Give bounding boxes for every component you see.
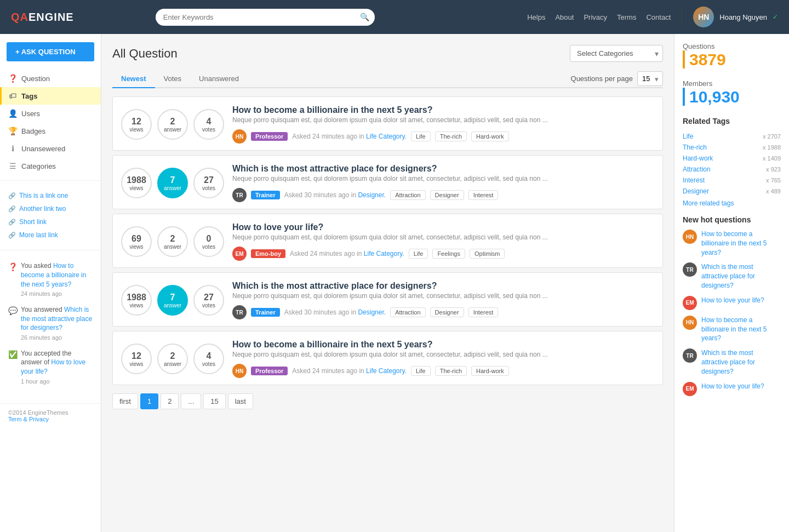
tag-pill[interactable]: The-rich [435, 366, 467, 376]
tag-pill[interactable]: Interest [468, 307, 499, 317]
question-title[interactable]: Which is the most attractive place for d… [232, 281, 437, 290]
search-bar: 🔍 [156, 9, 375, 26]
hot-question-link[interactable]: How to become a billionaire in the next … [701, 316, 781, 343]
per-page-label: Questions per page [571, 75, 633, 83]
votes-stat: 0 votes [193, 226, 224, 257]
tag-pill[interactable]: Attraction [390, 307, 425, 317]
tag-pill[interactable]: Life [411, 131, 431, 141]
question-title[interactable]: How to become a billionaire in the next … [232, 340, 432, 349]
sidebar-divider [0, 180, 101, 181]
hot-q-avatar: HN [683, 230, 697, 244]
tag-name[interactable]: Life [683, 133, 693, 140]
votes-stat: 27 votes [193, 168, 224, 198]
link-icon: 🔗 [8, 219, 16, 226]
role-badge: Professor [251, 367, 288, 375]
tag-pill[interactable]: The-rich [435, 131, 467, 141]
category-select[interactable]: Select Categories [570, 45, 663, 62]
sidebar-divider-2 [0, 250, 101, 250]
tag-pill[interactable]: Attraction [390, 190, 425, 200]
hot-questions-section: New hot questions HN How to become a bil… [683, 215, 781, 396]
sidebar-link-1[interactable]: 🔗 This is a link one [0, 189, 101, 202]
question-title[interactable]: How to become a billionaire in the next … [232, 105, 432, 115]
question-body: How to love your life? Neque porro quisq… [232, 222, 654, 261]
sidebar-item-categories[interactable]: ☰ Categories [0, 157, 101, 175]
logo-engine: ENGINE [28, 11, 74, 23]
question-title[interactable]: How to love your life? [232, 222, 323, 232]
category-link[interactable]: Designer. [358, 191, 386, 199]
tag-pill[interactable]: Hard-work [471, 131, 509, 141]
tag-name[interactable]: Designer [683, 187, 709, 195]
activity-question-icon: ❓ [8, 262, 18, 273]
activity-time-2: 26 minutes ago [21, 334, 93, 342]
search-icon[interactable]: 🔍 [360, 13, 369, 21]
tag-name[interactable]: The-rich [683, 144, 707, 151]
page-last-button[interactable]: last [228, 393, 253, 409]
hot-q-avatar: TR [683, 262, 697, 277]
views-stat: 1988 views [121, 285, 152, 316]
sidebar-link-3[interactable]: 🔗 Short link [0, 215, 101, 228]
category-link[interactable]: Life Category. [364, 250, 404, 258]
tag-row: Hard-workx 1409 [683, 153, 781, 164]
sidebar-item-tags[interactable]: 🏷 Tags [0, 87, 101, 105]
tag-pill[interactable]: Designer [430, 190, 464, 200]
answers-stat: 7 answer [157, 285, 188, 316]
meta-asked-text: Asked 24 minutes ago in Life Category. [290, 250, 404, 258]
hot-question-item: HN How to become a billionaire in the ne… [683, 316, 781, 343]
footer-link[interactable]: Term & Privacy [8, 416, 49, 422]
sidebar-item-question[interactable]: ❓ Question [0, 70, 101, 87]
question-title[interactable]: Which is the most attractive place for d… [232, 164, 437, 173]
ask-question-button[interactable]: + ASK QUESTION [7, 42, 94, 61]
tab-newest[interactable]: Newest [112, 70, 155, 88]
sidebar-item-label: Tags [21, 92, 37, 100]
nav-contact[interactable]: Contact [646, 13, 671, 21]
sidebar-link-2[interactable]: 🔗 Another link two [0, 202, 101, 215]
tag-name[interactable]: Interest [683, 176, 705, 184]
hot-question-link[interactable]: How to become a billionaire in the next … [701, 230, 781, 257]
tag-pill[interactable]: Designer [430, 307, 464, 317]
hot-q-avatar: EM [683, 382, 697, 396]
views-stat: 12 views [121, 344, 152, 374]
tag-pill[interactable]: Feelings [432, 249, 465, 259]
tag-row: The-richx 1988 [683, 142, 781, 153]
hot-question-link[interactable]: How to love your life? [701, 296, 764, 305]
more-related-link[interactable]: More related tags [683, 199, 781, 207]
category-link[interactable]: Life Category. [366, 133, 407, 140]
sidebar-item-badges[interactable]: 🏆 Badges [0, 122, 101, 140]
logo[interactable]: QAENGINE [11, 11, 74, 24]
tag-pill[interactable]: Hard-work [471, 366, 509, 376]
hot-question-link[interactable]: Which is the most attractive place for d… [701, 262, 781, 290]
category-link[interactable]: Designer. [358, 308, 386, 316]
sidebar-link-4[interactable]: 🔗 More last link [0, 228, 101, 242]
nav-terms[interactable]: Terms [617, 13, 636, 21]
nav-helps[interactable]: Helps [527, 13, 545, 21]
sidebar-item-users[interactable]: 👤 Users [0, 105, 101, 122]
tab-unanswered[interactable]: Unanswered [190, 70, 248, 88]
nav-about[interactable]: About [555, 13, 574, 21]
hot-question-link[interactable]: How to love your life? [701, 382, 764, 391]
hot-q-avatar: HN [683, 316, 697, 330]
page-2-button[interactable]: 2 [161, 393, 179, 409]
tag-name[interactable]: Attraction [683, 165, 711, 173]
nav-privacy[interactable]: Privacy [584, 13, 607, 21]
tag-row: Attractionx 923 [683, 164, 781, 175]
search-input[interactable] [156, 9, 375, 26]
page-1-button[interactable]: 1 [140, 393, 158, 409]
sidebar-item-unanswered[interactable]: ℹ Unansewered [0, 140, 101, 157]
answers-stat: 2 answer [157, 226, 188, 257]
per-page-select[interactable]: 15 25 50 [637, 71, 663, 86]
category-link[interactable]: Life Category. [366, 367, 407, 375]
tab-votes[interactable]: Votes [155, 70, 191, 88]
question-meta: HN Professor Asked 24 minutes ago in Lif… [232, 129, 654, 144]
user-avatar-small: HN [232, 364, 247, 378]
user-avatar-small: TR [232, 188, 247, 202]
tag-pill[interactable]: Life [409, 249, 428, 259]
page-15-button[interactable]: 15 [203, 393, 225, 409]
page-first-button[interactable]: first [112, 393, 138, 409]
tag-pill[interactable]: Interest [468, 190, 499, 200]
user-area: HN Hoang Nguyen ✓ [682, 7, 778, 27]
hot-question-link[interactable]: Which is the most attractive place for d… [701, 348, 781, 376]
tag-pill[interactable]: Optimism [470, 249, 505, 259]
hot-question-item: TR Which is the most attractive place fo… [683, 348, 781, 376]
tag-name[interactable]: Hard-work [683, 155, 713, 162]
tag-pill[interactable]: Life [411, 366, 431, 376]
